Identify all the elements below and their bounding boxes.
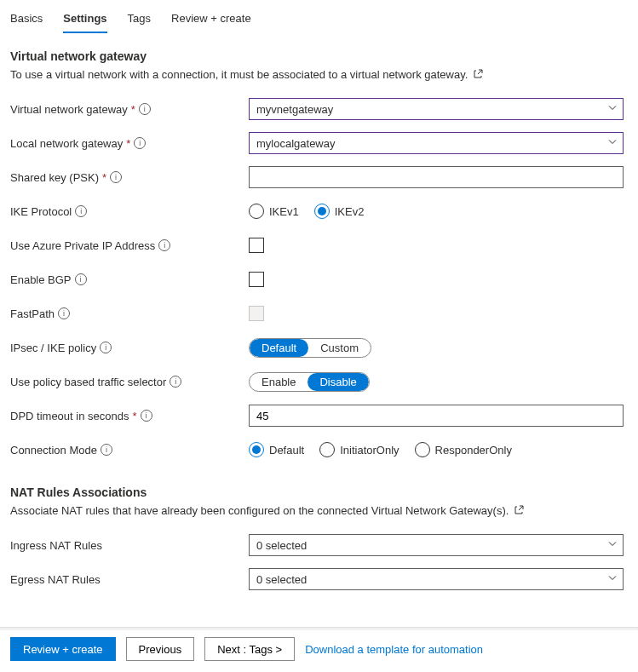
info-icon[interactable]: i (134, 137, 146, 149)
conn-responder-radio[interactable]: ResponderOnly (415, 442, 512, 457)
info-icon[interactable]: i (75, 205, 87, 217)
required-icon: * (131, 103, 135, 116)
conn-default-radio[interactable]: Default (249, 442, 304, 457)
ike-v1-radio[interactable]: IKEv1 (249, 204, 299, 219)
nat-title: NAT Rules Associations (10, 485, 628, 499)
radio-icon (415, 442, 430, 457)
required-icon: * (126, 137, 130, 150)
radio-icon (319, 442, 335, 457)
section-nat: NAT Rules Associations Associate NAT rul… (0, 470, 638, 593)
required-icon: * (102, 171, 106, 184)
info-icon[interactable]: i (170, 376, 181, 388)
radio-icon (249, 204, 264, 219)
conn-default-label: Default (269, 444, 304, 457)
info-icon[interactable]: i (58, 307, 70, 319)
egress-label: Egress NAT Rules (10, 573, 101, 586)
fastpath-label: FastPath (10, 307, 55, 320)
ingress-select[interactable]: 0 selected (249, 534, 624, 556)
info-icon[interactable]: i (158, 239, 170, 251)
ingress-label: Ingress NAT Rules (10, 539, 102, 552)
info-icon[interactable]: i (141, 410, 152, 422)
egress-value: 0 selected (256, 573, 307, 586)
vng-desc: To use a virtual network with a connecti… (10, 68, 628, 82)
review-create-button[interactable]: Review + create (10, 637, 116, 661)
info-icon[interactable]: i (75, 273, 87, 285)
chevron-down-icon (607, 137, 618, 150)
next-button[interactable]: Next : Tags > (204, 637, 295, 661)
tab-tags[interactable]: Tags (128, 7, 151, 33)
ipsec-toggle: Default Custom (249, 338, 371, 358)
tab-basics[interactable]: Basics (10, 7, 43, 33)
conn-responder-label: ResponderOnly (435, 444, 512, 457)
ike-v2-radio[interactable]: IKEv2 (314, 204, 365, 219)
selector-toggle: Enable Disable (249, 372, 370, 392)
ingress-value: 0 selected (256, 539, 307, 552)
conn-initiator-radio[interactable]: InitiatorOnly (319, 442, 399, 457)
conn-initiator-label: InitiatorOnly (340, 444, 399, 457)
section-vng: Virtual network gateway To use a virtual… (0, 34, 638, 463)
dpd-label: DPD timeout in seconds (10, 410, 129, 422)
bgp-label: Enable BGP (10, 273, 72, 286)
info-icon[interactable]: i (110, 171, 122, 183)
lng-select[interactable]: mylocalgateway (249, 132, 624, 154)
required-icon: * (132, 410, 136, 422)
info-icon[interactable]: i (100, 342, 112, 353)
chevron-down-icon (607, 573, 618, 586)
vng-select-value: myvnetgateway (256, 103, 333, 116)
vng-select[interactable]: myvnetgateway (249, 98, 624, 120)
external-link-icon[interactable] (473, 69, 483, 82)
previous-button[interactable]: Previous (126, 637, 195, 661)
tab-bar: Basics Settings Tags Review + create (0, 0, 638, 34)
psk-label: Shared key (PSK) (10, 171, 99, 184)
radio-icon (249, 442, 264, 457)
radio-icon (314, 204, 330, 219)
tab-review[interactable]: Review + create (171, 7, 251, 33)
chevron-down-icon (607, 539, 618, 552)
external-link-icon[interactable] (514, 505, 524, 518)
ike-label: IKE Protocol (10, 205, 72, 218)
psk-input[interactable] (249, 166, 624, 188)
info-icon[interactable]: i (101, 444, 112, 456)
lng-label: Local network gateway (10, 137, 123, 150)
nat-desc-text: Associate NAT rules that have already be… (10, 504, 509, 517)
ipsec-custom-pill[interactable]: Custom (308, 339, 371, 357)
download-template-link[interactable]: Download a template for automation (305, 643, 483, 656)
tab-settings[interactable]: Settings (63, 7, 106, 33)
vng-label: Virtual network gateway (10, 103, 128, 116)
selector-label: Use policy based traffic selector (10, 376, 166, 388)
private-ip-checkbox[interactable] (249, 238, 264, 253)
ipsec-label: IPsec / IKE policy (10, 342, 96, 354)
dpd-input[interactable] (249, 405, 624, 427)
nat-desc: Associate NAT rules that have already be… (10, 504, 628, 518)
vng-desc-text: To use a virtual network with a connecti… (10, 68, 468, 81)
ike-v1-label: IKEv1 (269, 205, 299, 218)
info-icon[interactable]: i (139, 103, 151, 115)
vng-title: Virtual network gateway (10, 49, 628, 63)
ike-v2-label: IKEv2 (335, 205, 365, 218)
chevron-down-icon (607, 103, 618, 116)
bgp-checkbox[interactable] (249, 272, 264, 287)
selector-enable-pill[interactable]: Enable (250, 373, 308, 391)
fastpath-checkbox (249, 306, 264, 321)
ipsec-default-pill[interactable]: Default (250, 339, 308, 357)
egress-select[interactable]: 0 selected (249, 568, 624, 590)
footer-bar: Review + create Previous Next : Tags > D… (0, 627, 638, 671)
selector-disable-pill[interactable]: Disable (308, 373, 368, 391)
conn-label: Connection Mode (10, 444, 97, 457)
private-ip-label: Use Azure Private IP Address (10, 239, 155, 252)
lng-select-value: mylocalgateway (256, 137, 336, 150)
